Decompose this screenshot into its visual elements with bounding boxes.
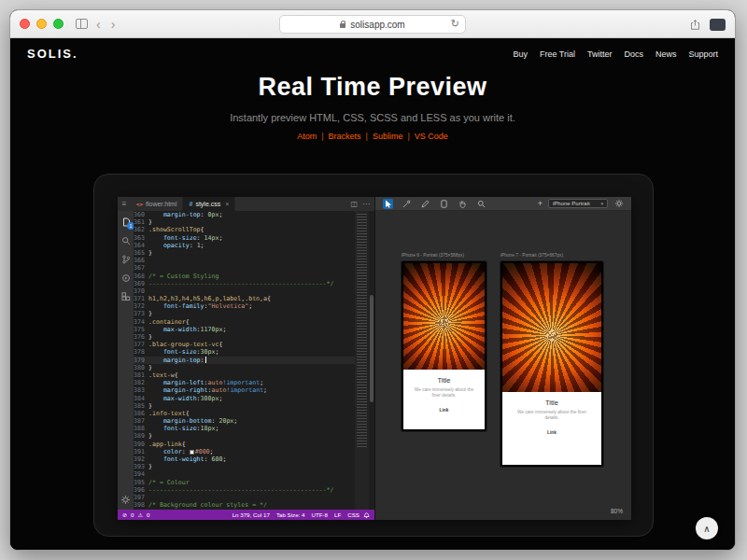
code-line[interactable]: 371h1,h2,h3,h4,h5,h6,p,label,.btn,a{ <box>134 295 355 302</box>
code-line[interactable]: 362.showScrollTop{ <box>134 226 355 233</box>
errors-icon[interactable]: ⊘ <box>122 511 127 518</box>
notifications-bell-icon[interactable] <box>363 511 370 519</box>
code-line[interactable]: 396-------------------------------------… <box>134 486 355 494</box>
code-line[interactable]: 389} <box>134 432 355 440</box>
code-line[interactable]: 374.container{ <box>134 318 355 326</box>
add-device-icon[interactable]: + <box>538 199 543 208</box>
reload-icon[interactable]: ↻ <box>451 18 459 30</box>
settings-gear-icon[interactable] <box>118 495 134 505</box>
code-line[interactable]: 382 margin-left:auto!important; <box>134 379 355 386</box>
back-icon[interactable]: ‹ <box>94 17 103 32</box>
editor-link-atom[interactable]: Atom <box>297 132 317 141</box>
forward-icon[interactable]: › <box>109 17 118 32</box>
tab-flower-html[interactable]: <>flower.html <box>131 197 183 211</box>
status-item-3[interactable]: LF <box>334 511 341 518</box>
code-line[interactable]: 387 margin-bottom: 20px; <box>134 417 355 425</box>
close-window-button[interactable] <box>20 19 30 29</box>
code-line[interactable]: 376} <box>134 333 355 341</box>
code-token: : <box>197 234 204 242</box>
code-line[interactable]: 398/* Background colour styles = */ <box>134 501 355 509</box>
zoom-tool-icon[interactable] <box>476 199 486 209</box>
tabs-overview-icon[interactable] <box>710 19 726 31</box>
code-line[interactable]: 383 margin-right:auto!important; <box>134 386 355 394</box>
code-line[interactable]: 391 color: #000; <box>134 448 355 455</box>
code-line[interactable]: 386.info-text{ <box>134 410 355 417</box>
preview-card-link[interactable]: Link <box>440 408 449 413</box>
minimap[interactable] <box>355 211 369 510</box>
nav-item-free-trial[interactable]: Free Trial <box>540 49 575 59</box>
code-line[interactable]: 394 <box>134 470 355 478</box>
more-actions-icon[interactable]: ⋯ <box>362 200 370 208</box>
code-line[interactable]: 364 opacity: 1; <box>134 242 355 249</box>
code-line[interactable]: 381.text-w{ <box>134 371 355 379</box>
nav-item-news[interactable]: News <box>655 49 677 59</box>
warnings-count[interactable]: 0 <box>147 511 149 518</box>
code-line[interactable]: 361} <box>134 218 355 226</box>
code-line[interactable]: 375 max-width:1170px; <box>134 326 355 333</box>
nav-item-buy[interactable]: Buy <box>513 49 528 59</box>
cursor-tool-icon[interactable] <box>383 199 393 209</box>
code-line[interactable]: 367 <box>134 264 355 272</box>
code-line[interactable]: 378 font-size:30px; <box>134 348 355 356</box>
status-item-4[interactable]: CSS <box>347 511 359 518</box>
zoom-window-button[interactable] <box>53 19 63 29</box>
source-control-icon[interactable] <box>120 254 131 264</box>
editor-link-vs-code[interactable]: VS Code <box>415 132 448 141</box>
preview-zoom-label[interactable]: 80% <box>611 508 623 514</box>
preview-card-link[interactable]: Link <box>547 430 557 435</box>
status-item-2[interactable]: UTF-8 <box>312 511 329 518</box>
errors-count[interactable]: 0 <box>131 511 134 518</box>
code-line[interactable]: 395/* = Colour <box>134 479 355 486</box>
code-line[interactable]: 392 font-weight: 600; <box>134 455 355 463</box>
close-tab-icon[interactable]: × <box>225 201 229 207</box>
scrollbar-thumb[interactable] <box>370 295 374 402</box>
code-line[interactable]: 380} <box>134 364 355 371</box>
address-bar[interactable]: solisapp.com ↻ <box>279 15 466 34</box>
editor-link-sublime[interactable]: Sublime <box>373 132 403 141</box>
editor-link-brackets[interactable]: Brackets <box>329 132 361 141</box>
code-line[interactable]: 363 font-size: 14px; <box>134 234 355 242</box>
code-line[interactable]: 365} <box>134 249 355 257</box>
device-tool-icon[interactable] <box>439 199 449 209</box>
device-selector[interactable]: iPhone Portrait ▾ <box>548 199 608 208</box>
site-logo[interactable]: SOLIS. <box>27 47 78 61</box>
nav-item-support[interactable]: Support <box>688 49 718 59</box>
split-editor-icon[interactable]: ◫ <box>350 200 358 208</box>
eyedropper-tool-icon[interactable] <box>402 199 412 209</box>
code-line[interactable]: 366 <box>134 257 355 264</box>
menu-icon[interactable]: ≡ <box>118 197 131 211</box>
scroll-to-top-button[interactable]: ∧ <box>696 517 718 539</box>
code-line[interactable]: 377.blac-group-text-vc{ <box>134 341 355 348</box>
explorer-icon[interactable]: 1 <box>120 217 131 227</box>
warnings-icon[interactable]: ⚠ <box>137 511 142 518</box>
code-line[interactable]: 385} <box>134 402 355 410</box>
search-icon[interactable] <box>120 235 131 245</box>
status-item-0[interactable]: Ln 379, Col 17 <box>233 511 270 518</box>
code-line[interactable]: 370 <box>134 287 355 295</box>
code-line[interactable]: 388 font-size:18px; <box>134 425 355 432</box>
code-token: } <box>148 310 152 317</box>
code-line[interactable]: 384 max-width:300px; <box>134 395 355 402</box>
minimize-window-button[interactable] <box>36 19 47 29</box>
debug-icon[interactable] <box>120 273 131 283</box>
status-item-1[interactable]: Tab Size: 4 <box>276 511 305 518</box>
code-line[interactable]: 390.app-link{ <box>134 441 355 448</box>
code-line[interactable]: 379 margin-top: <box>134 357 355 364</box>
pencil-tool-icon[interactable] <box>420 199 430 209</box>
share-icon[interactable] <box>689 19 701 31</box>
code-line[interactable]: 373} <box>134 310 355 317</box>
nav-item-docs[interactable]: Docs <box>624 49 643 59</box>
code-line[interactable]: 397 <box>134 494 355 501</box>
code-line[interactable]: 369-------------------------------------… <box>134 280 355 287</box>
code-area[interactable]: 360 margin-top: 0px;361}362.showScrollTo… <box>134 211 374 510</box>
extensions-icon[interactable] <box>120 291 131 301</box>
hand-tool-icon[interactable] <box>458 199 468 209</box>
tab-style-css[interactable]: #style.css× <box>183 197 235 211</box>
code-line[interactable]: 372 font-family:"Helvetica"; <box>134 302 355 310</box>
code-line[interactable]: 393} <box>134 463 355 470</box>
sidebar-icon[interactable] <box>76 19 88 29</box>
code-line[interactable]: 368/* = Custom Styling <box>134 273 355 280</box>
nav-item-twitter[interactable]: Twitter <box>587 49 613 59</box>
code-line[interactable]: 360 margin-top: 0px; <box>134 211 355 218</box>
preview-settings-gear-icon[interactable] <box>613 199 624 209</box>
